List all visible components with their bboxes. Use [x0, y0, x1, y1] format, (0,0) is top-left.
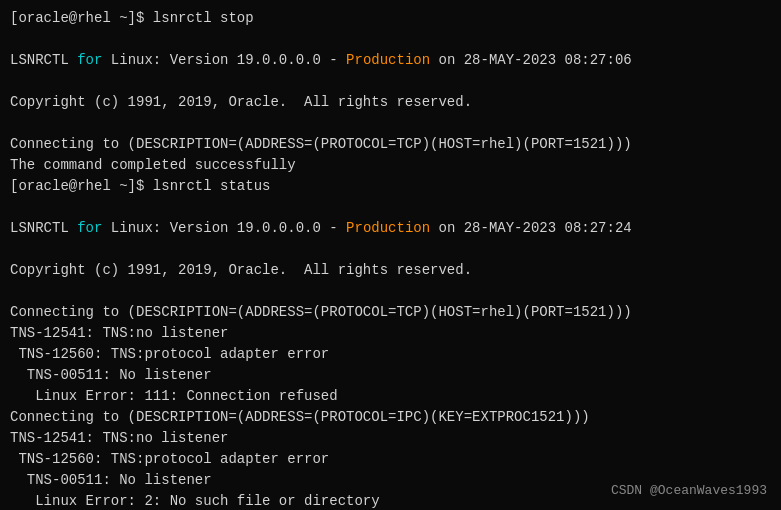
watermark: CSDN @OceanWaves1993	[611, 481, 767, 501]
terminal-line: The command completed successfully	[10, 155, 771, 176]
terminal-window: [oracle@rhel ~]$ lsnrctl stop LSNRCTL fo…	[0, 0, 781, 510]
terminal-line	[10, 113, 771, 134]
terminal-line: Connecting to (DESCRIPTION=(ADDRESS=(PRO…	[10, 134, 771, 155]
terminal-line: LSNRCTL for Linux: Version 19.0.0.0.0 - …	[10, 218, 771, 239]
terminal-line: TNS-12541: TNS:no listener	[10, 428, 771, 449]
terminal-line: TNS-00511: No listener	[10, 365, 771, 386]
terminal-line: Connecting to (DESCRIPTION=(ADDRESS=(PRO…	[10, 302, 771, 323]
terminal-line	[10, 71, 771, 92]
terminal-output: [oracle@rhel ~]$ lsnrctl stop LSNRCTL fo…	[10, 8, 771, 510]
terminal-line	[10, 29, 771, 50]
terminal-line: Copyright (c) 1991, 2019, Oracle. All ri…	[10, 92, 771, 113]
terminal-line: TNS-12541: TNS:no listener	[10, 323, 771, 344]
terminal-line: TNS-12560: TNS:protocol adapter error	[10, 449, 771, 470]
terminal-line	[10, 281, 771, 302]
terminal-line: Copyright (c) 1991, 2019, Oracle. All ri…	[10, 260, 771, 281]
terminal-line: [oracle@rhel ~]$ lsnrctl status	[10, 176, 771, 197]
terminal-line: LSNRCTL for Linux: Version 19.0.0.0.0 - …	[10, 50, 771, 71]
terminal-line: [oracle@rhel ~]$ lsnrctl stop	[10, 8, 771, 29]
terminal-line	[10, 239, 771, 260]
terminal-line: TNS-12560: TNS:protocol adapter error	[10, 344, 771, 365]
terminal-line: Connecting to (DESCRIPTION=(ADDRESS=(PRO…	[10, 407, 771, 428]
terminal-line	[10, 197, 771, 218]
terminal-line: Linux Error: 111: Connection refused	[10, 386, 771, 407]
